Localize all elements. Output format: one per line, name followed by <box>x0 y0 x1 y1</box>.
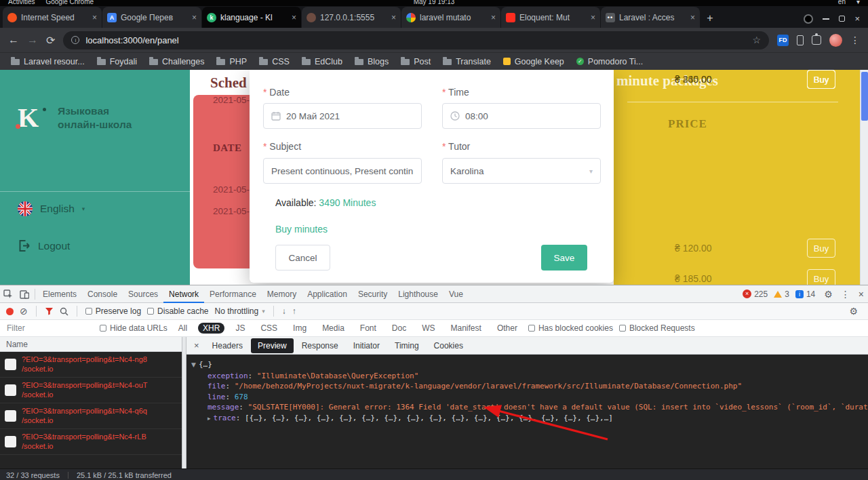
filter-type-all[interactable]: All <box>174 323 192 334</box>
profile-avatar[interactable] <box>829 34 842 47</box>
console-badges[interactable]: × 225 3 i 14 <box>743 289 820 299</box>
subject-input[interactable]: Present continuous, Present contin <box>263 158 422 184</box>
system-tray-caret-icon[interactable]: ▾ <box>856 0 860 5</box>
bookmark-folder[interactable]: Blogs <box>349 55 394 68</box>
tab-close-icon[interactable]: × <box>292 13 296 22</box>
site-info-icon[interactable]: i <box>71 36 79 44</box>
import-har-icon[interactable]: ↓ <box>282 306 286 316</box>
browser-tab[interactable]: Eloquent: Mut × <box>501 7 600 28</box>
panel-resize-handle[interactable] <box>182 337 186 468</box>
bookmark-star-icon[interactable]: ☆ <box>752 35 761 45</box>
language-selector[interactable]: English ▾ <box>18 201 85 216</box>
search-icon[interactable] <box>60 307 68 316</box>
filter-type-media[interactable]: Media <box>317 323 349 334</box>
browser-tab-active[interactable]: k klanguage - Kl × <box>202 7 301 28</box>
browser-tab[interactable]: laravel mutato × <box>401 7 500 28</box>
window-maximize-button[interactable] <box>839 16 845 22</box>
profile-circle-icon[interactable] <box>804 14 813 24</box>
collapsed-triangle-icon[interactable]: ▸ <box>208 415 211 422</box>
bookmark-pomodoro[interactable]: ✓Pomodoro Ti... <box>571 55 648 68</box>
bookmark-folder[interactable]: PHP <box>211 55 252 68</box>
tab-close-icon[interactable]: × <box>491 13 496 22</box>
filter-type-ws[interactable]: WS <box>417 323 439 334</box>
tab-close-icon[interactable]: × <box>591 13 595 22</box>
filter-type-img[interactable]: Img <box>288 323 311 334</box>
panel-elements[interactable]: Elements <box>37 285 82 303</box>
request-row[interactable]: ?EIO=3&transport=polling&t=Nc4-rLB/socke… <box>0 429 182 455</box>
device-extension-icon[interactable] <box>797 35 804 45</box>
forward-button[interactable]: → <box>27 34 38 46</box>
panel-console[interactable]: Console <box>82 285 123 303</box>
bookmark-google-keep[interactable]: Google Keep <box>498 55 570 68</box>
devtools-close-icon[interactable]: × <box>854 289 868 300</box>
filter-type-xhr[interactable]: XHR <box>198 323 224 334</box>
new-tab-button[interactable]: + <box>701 9 719 28</box>
request-row[interactable]: ?EIO=3&transport=polling&t=Nc4-q6q/socke… <box>0 403 182 429</box>
devtools-settings-icon[interactable]: ⚙ <box>820 289 837 300</box>
tab-response[interactable]: Response <box>295 338 345 353</box>
preserve-log-checkbox[interactable]: Preserve log <box>85 306 141 316</box>
request-row[interactable]: ?EIO=3&transport=polling&t=Nc4-ng8/socke… <box>0 352 182 378</box>
inspect-element-icon[interactable] <box>0 289 16 299</box>
bookmark-folder[interactable]: EdClub <box>296 55 348 68</box>
tab-cookies[interactable]: Cookies <box>427 338 470 353</box>
panel-sources[interactable]: Sources <box>123 285 163 303</box>
keyboard-layout-indicator[interactable]: en <box>838 0 846 5</box>
back-button[interactable]: ← <box>8 34 19 46</box>
bookmark-folder[interactable]: Foydali <box>92 55 142 68</box>
clear-icon[interactable]: ⊘ <box>20 306 28 316</box>
throttling-select[interactable]: No throttling▾ <box>214 306 264 316</box>
tab-close-icon[interactable]: × <box>192 13 197 22</box>
tab-close-icon[interactable]: × <box>690 13 695 22</box>
filter-type-font[interactable]: Font <box>355 323 381 334</box>
panel-application[interactable]: Application <box>302 285 353 303</box>
window-close-button[interactable]: × <box>854 14 860 24</box>
filter-type-doc[interactable]: Doc <box>387 323 411 334</box>
tutor-select[interactable]: Karolina ▾ <box>442 158 601 184</box>
page-scrollbar[interactable] <box>860 70 868 285</box>
reload-button[interactable]: ⟳ <box>46 34 55 47</box>
buy-button[interactable]: Buy <box>807 70 835 89</box>
device-toolbar-icon[interactable] <box>16 289 33 299</box>
network-settings-icon[interactable]: ⚙ <box>845 306 862 317</box>
filter-type-css[interactable]: CSS <box>256 323 282 334</box>
tab-close-icon[interactable]: × <box>92 13 97 22</box>
time-input[interactable]: 08:00 <box>442 103 601 129</box>
name-column-header[interactable]: Name <box>0 337 182 352</box>
scrollbar-thumb[interactable] <box>861 72 868 121</box>
panel-lighthouse[interactable]: Lighthouse <box>393 285 443 303</box>
bookmark-folder[interactable]: Post <box>395 55 436 68</box>
request-row[interactable]: ?EIO=3&transport=polling&t=Nc4-ouT/socke… <box>0 378 182 403</box>
panel-memory[interactable]: Memory <box>262 285 302 303</box>
devtools-menu-icon[interactable]: ⋮ <box>837 289 854 300</box>
close-detail-icon[interactable]: × <box>189 340 204 351</box>
bookmark-folder[interactable]: Challenges <box>144 55 210 68</box>
panel-network[interactable]: Network <box>163 285 204 303</box>
panel-performance[interactable]: Performance <box>204 285 262 303</box>
tab-timing[interactable]: Timing <box>388 338 426 353</box>
extension-icon[interactable]: FD <box>777 35 789 46</box>
tab-preview[interactable]: Preview <box>251 338 294 353</box>
export-har-icon[interactable]: ↑ <box>292 306 296 316</box>
browser-tab[interactable]: A Google Перев × <box>102 7 201 28</box>
cancel-button[interactable]: Cancel <box>275 245 330 271</box>
logout-button[interactable]: Logout <box>18 239 70 252</box>
date-input[interactable]: 20 Май 2021 <box>263 103 422 129</box>
filter-type-manifest[interactable]: Manifest <box>446 323 486 334</box>
disable-cache-checkbox[interactable]: Disable cache <box>147 306 208 316</box>
tab-initiator[interactable]: Initiator <box>347 338 387 353</box>
panel-security[interactable]: Security <box>353 285 393 303</box>
save-button[interactable]: Save <box>541 245 587 271</box>
tab-headers[interactable]: Headers <box>205 338 250 353</box>
filter-type-other[interactable]: Other <box>492 323 522 334</box>
bookmark-folder[interactable]: Laravel resour... <box>5 55 90 68</box>
school-logo[interactable]: K Языковая онлайн-школа <box>18 102 132 134</box>
buy-button[interactable]: Buy <box>807 239 835 258</box>
browser-tab[interactable]: Internet Speed × <box>3 7 102 28</box>
browser-tab[interactable]: •• Laravel : Acces × <box>601 7 700 28</box>
browser-menu-icon[interactable]: ⋮ <box>850 35 860 45</box>
buy-minutes-link[interactable]: Buy minutes <box>275 224 328 235</box>
hide-data-urls-checkbox[interactable]: Hide data URLs <box>100 323 167 333</box>
filter-type-js[interactable]: JS <box>231 323 250 334</box>
activities-button[interactable]: Activities <box>8 0 35 5</box>
